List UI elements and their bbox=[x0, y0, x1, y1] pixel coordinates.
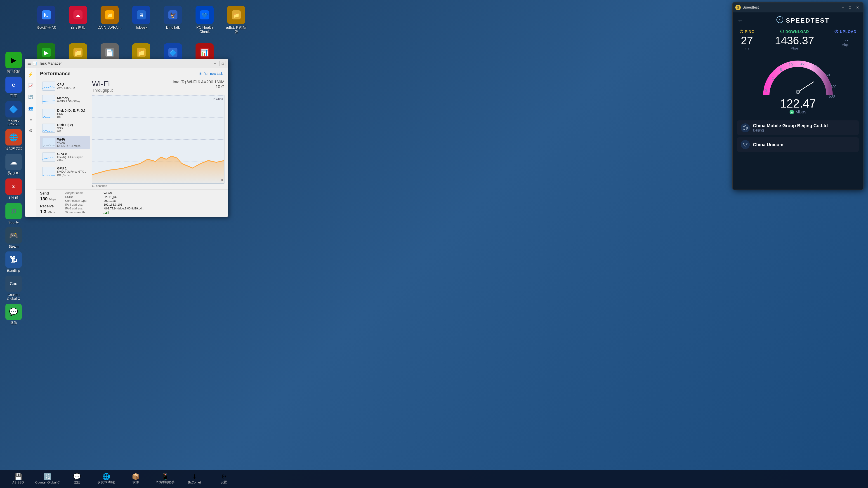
device-item-cpu[interactable]: CPU 25% 4.15 GHz bbox=[40, 80, 90, 92]
taskbar-item-bitcomet[interactable]: ⬇ BitComet bbox=[181, 471, 208, 487]
sidebar-icon-chart[interactable]: 📈 bbox=[27, 82, 35, 90]
signal-bars-display bbox=[103, 210, 144, 215]
huawei-label: 华为手机助手 bbox=[152, 480, 178, 484]
left-app-tencent-video[interactable]: ▶ 腾讯视频 bbox=[2, 52, 25, 73]
svg-text:20: 20 bbox=[800, 61, 804, 65]
svg-text:🖥: 🖥 bbox=[139, 12, 144, 18]
left-app-wechat[interactable]: 💬 微信 bbox=[2, 304, 25, 325]
device-item-wifi[interactable]: Wi-Fi WLANS: 130 R: 1.3 Mbps bbox=[40, 136, 90, 149]
desktop-icon-pchealth[interactable]: 💙 PC Health Check bbox=[192, 6, 217, 34]
desktop-icon-dingtalk[interactable]: 🦅 DingTalk bbox=[160, 6, 185, 30]
desktop-icon-adb[interactable]: 📁 adb工具箱新 版 bbox=[224, 6, 249, 34]
svg-text:2: 2 bbox=[772, 76, 774, 80]
asssd-icon: 💾 bbox=[14, 474, 22, 480]
send-section: Send 130 Mbps bbox=[40, 191, 56, 201]
left-app-google[interactable]: 🌐 谷歌浏览器 bbox=[2, 129, 25, 151]
detail-row: Send 130 Mbps Receive 1.3 Mbps bbox=[36, 189, 228, 217]
isp-primary-icon bbox=[741, 123, 750, 132]
bar4 bbox=[107, 211, 108, 214]
sidebar-icon-details[interactable]: ≡ bbox=[27, 116, 35, 124]
disk1-mini-chart bbox=[42, 124, 55, 133]
adapter-detail-table: Adapter name: WLAN SSID: Fz911_5G Connec… bbox=[65, 191, 144, 215]
svg-text:📁: 📁 bbox=[137, 49, 145, 57]
task-manager-title: 📊 Task Manager bbox=[33, 61, 212, 66]
disk0-mini-chart bbox=[42, 109, 55, 118]
bitcomet-label: BitComet bbox=[182, 481, 207, 484]
device-item-disk0[interactable]: Disk 0 (D: E: F: G:) HDD0% bbox=[40, 107, 90, 121]
svg-text:☁: ☁ bbox=[75, 12, 81, 18]
device-item-disk1[interactable]: Disk 1 (C:) SSD0% bbox=[40, 121, 90, 135]
left-app-steam[interactable]: 🎮 Steam bbox=[2, 227, 25, 248]
accelerator-icon: 🌐 bbox=[102, 474, 110, 480]
speedtest-logo-icon bbox=[776, 16, 783, 25]
desktop-icon-dain[interactable]: 📁 DAIN_APPAI... bbox=[97, 6, 122, 30]
left-app-accelerator[interactable]: ☁ 易云OO bbox=[2, 154, 25, 175]
svg-text:📁: 📁 bbox=[107, 12, 113, 18]
isp-secondary-item[interactable]: China Unicom bbox=[737, 137, 859, 152]
left-app-spotify[interactable]: 🎵 Spotify bbox=[2, 203, 25, 224]
taskbar-item-accelerator[interactable]: 🌐 易友OO加速 bbox=[93, 471, 120, 487]
svg-text:💙: 💙 bbox=[202, 12, 208, 18]
wifi-mini-chart bbox=[42, 138, 55, 147]
wechat-taskbar-icon: 💬 bbox=[73, 474, 81, 480]
speedtest-back-btn[interactable]: ← bbox=[737, 17, 743, 24]
gpu1-mini-chart bbox=[42, 167, 55, 176]
device-item-gpu0[interactable]: GPU 0 Intel(R) UHD Graphic...47% bbox=[40, 150, 90, 164]
sidebar-icon-services[interactable]: ⚙ bbox=[27, 127, 35, 135]
bitcomet-icon: ⬇ bbox=[192, 474, 197, 480]
task-manager-window: ☰ 📊 Task Manager − □ ⚡ 📈 🔄 👥 ≡ ⚙ Perfo bbox=[25, 59, 228, 217]
hamburger-icon[interactable]: ☰ bbox=[27, 61, 31, 66]
speedtest-titlebar: S Speedtest − □ ✕ bbox=[733, 2, 863, 12]
counter-label: Counter Global C bbox=[35, 481, 60, 484]
sidebar-icon-apps[interactable]: 🔄 bbox=[27, 93, 35, 101]
isp-primary-item[interactable]: China Mobile Group Beijing Co.Ltd Beijin… bbox=[737, 121, 859, 135]
taskbar-item-software[interactable]: 📦 软件 bbox=[122, 471, 149, 487]
device-item-gpu1[interactable]: GPU 1 NVIDIA GeForce GTX...0% (41 °C) bbox=[40, 165, 90, 178]
device-list-area: CPU 25% 4.15 GHz bbox=[36, 78, 228, 189]
settings-taskbar-label: 设置 bbox=[211, 480, 237, 484]
sidebar-icon-users[interactable]: 👥 bbox=[27, 104, 35, 112]
download-unit: Mbps bbox=[791, 46, 798, 50]
counter-icon: 🔢 bbox=[43, 474, 52, 480]
wechat-taskbar-label: 微信 bbox=[64, 480, 90, 484]
left-apps-column: ▶ 腾讯视频 e 百度 🔷 Microso t Chro... 🌐 谷歌浏览器 … bbox=[2, 52, 25, 325]
bar2 bbox=[105, 213, 106, 214]
wifi-info: Wi-Fi WLANS: 130 R: 1.3 Mbps bbox=[57, 138, 88, 148]
isp-primary-location: Beijing bbox=[753, 128, 855, 132]
taskbar-item-wechat[interactable]: 💬 微信 bbox=[63, 471, 90, 487]
taskbar-item-settings[interactable]: ⚙ 设置 bbox=[210, 471, 237, 487]
left-app-baidu[interactable]: e 百度 bbox=[2, 76, 25, 98]
svg-text:📁: 📁 bbox=[233, 12, 240, 18]
software-label: 软件 bbox=[123, 480, 148, 484]
speedtest-top-bar: ← SPEEDTEST bbox=[737, 16, 859, 25]
accelerator-label: 易友OO加速 bbox=[94, 480, 119, 484]
desktop-icon-todesk[interactable]: 🖥 ToDesk bbox=[129, 6, 154, 30]
taskbar-item-asssd[interactable]: 💾 AS SSD bbox=[4, 471, 32, 487]
speedtest-minimize-btn[interactable]: − bbox=[840, 5, 846, 10]
disk0-info: Disk 0 (D: E: F: G:) HDD0% bbox=[57, 109, 88, 119]
svg-text:🦅: 🦅 bbox=[170, 12, 176, 18]
left-app-bandizip[interactable]: 🗜 Bandizip bbox=[2, 252, 25, 272]
svg-text:iU: iU bbox=[44, 12, 49, 18]
svg-point-46 bbox=[745, 146, 746, 147]
speedtest-title-text: Speedtest bbox=[743, 5, 838, 9]
taskbar-item-huawei[interactable]: 📱 华为手机助手 bbox=[151, 471, 179, 487]
speedtest-restore-btn[interactable]: □ bbox=[847, 5, 853, 10]
bar3 bbox=[106, 212, 107, 214]
desktop-icon-aisi[interactable]: iU 爱思助手7.0 bbox=[34, 6, 59, 30]
sidebar-icon-overview[interactable]: ⚡ bbox=[27, 70, 35, 78]
desktop: iU 爱思助手7.0 ☁ 百度网盘 📁 DAIN_APPAI... 🖥 bbox=[0, 0, 868, 488]
device-item-memory[interactable]: Memory 6.0/15.9 GB (38%) bbox=[40, 93, 90, 106]
left-app-chrome[interactable]: 🔷 Microso t Chro... bbox=[2, 101, 25, 126]
receive-section: Receive 1.3 Mbps bbox=[40, 204, 56, 215]
speedtest-close-btn[interactable]: ✕ bbox=[854, 5, 861, 10]
tm-minimize-btn[interactable]: − bbox=[212, 61, 218, 66]
taskbar-item-counter[interactable]: 🔢 Counter Global C bbox=[34, 471, 61, 487]
left-app-163[interactable]: ✉ 126 邮 bbox=[2, 178, 25, 200]
cpu-info: CPU 25% 4.15 GHz bbox=[57, 83, 88, 90]
download-indicator-icon bbox=[789, 110, 794, 114]
tm-restore-btn[interactable]: □ bbox=[219, 61, 226, 66]
left-app-counter[interactable]: Cou Counter Global C bbox=[2, 275, 25, 300]
run-new-task-btn[interactable]: 🖥 Run new task bbox=[197, 71, 224, 76]
desktop-icon-baidu[interactable]: ☁ 百度网盘 bbox=[66, 6, 90, 30]
